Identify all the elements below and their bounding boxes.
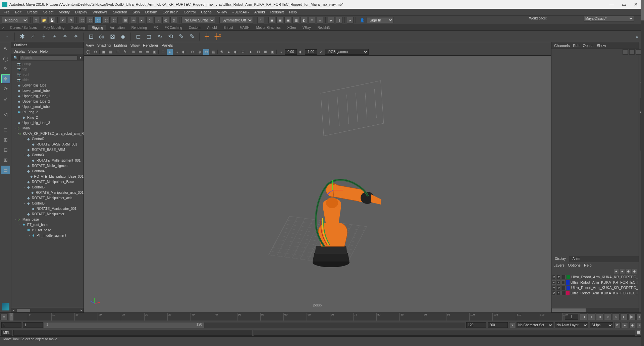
outliner-item[interactable]: ◆Upper_big_tube_2 [11,99,84,104]
viewport-menu-view[interactable]: View [86,43,94,47]
step-forward-key-button[interactable]: |► [628,313,636,320]
xray-icon[interactable] [623,49,628,55]
outliner-item[interactable]: ◆Upper_small_tube [11,104,84,109]
outliner-item[interactable]: ◆Ring_2 [11,115,84,120]
step-back-key-button[interactable]: ◄| [588,313,595,320]
new-scene-button[interactable]: □ [33,17,39,23]
four-pane-icon[interactable]: ⊞ [1,135,10,144]
shelf-tab-rigging[interactable]: Rigging [88,25,106,30]
dof-icon[interactable]: ▸ [248,49,254,55]
outliner-item[interactable]: 📷top [11,66,84,72]
ipr-render-icon[interactable]: ▣ [284,17,291,23]
viewport-menu-renderer[interactable]: Renderer [143,43,158,47]
menu-file[interactable]: File [1,9,12,15]
save-scene-button[interactable]: 💾 [49,17,55,23]
layer-vis-toggle[interactable]: V [552,275,556,279]
outliner-menu-help[interactable]: Help [40,49,48,53]
outliner-search-input[interactable] [19,55,77,60]
light-icon[interactable]: ⊙ [240,49,246,55]
outliner-item[interactable]: 📷persp [11,61,84,66]
autokey-icon[interactable]: ● [622,322,628,328]
render-setup-icon[interactable]: ≡ [309,17,315,23]
two-pane-v-icon[interactable]: ⊞ [1,156,10,164]
layer-color-swatch[interactable] [566,291,570,295]
shelf-tab-rendering[interactable]: Rendering [128,25,150,30]
layer-row[interactable]: VPUltra_Robot_Arm_KUKA_KR_FORTEC_Rigged_… [551,280,639,285]
viewport-canvas[interactable]: persp [84,56,551,312]
layers-menu-help[interactable]: Help [584,263,592,267]
joint-tool-icon[interactable]: ✱ [18,32,26,41]
menu-windows[interactable]: Windows [90,9,110,15]
constraint-icon[interactable]: ┼ [203,32,211,41]
shelf-tab-vray[interactable]: VRay [299,25,314,30]
shelf-tab-motiongraphics[interactable]: Motion Graphics [253,25,284,30]
color-space-select[interactable]: sRGB gamma [325,49,369,55]
outliner-item[interactable]: ◆ROTATE_Manipulator_Base [11,179,84,184]
expand-icon[interactable]: - [18,223,21,226]
detach-skin-icon[interactable]: ⊐ [145,32,153,41]
playblast-icon[interactable]: ▸ [328,17,334,23]
last-tool-icon[interactable]: ◁ [1,110,10,119]
layer-row[interactable]: VPUltra_Robot_Arm_KUKA_KR_FORTEC_Rigged_… [551,274,639,280]
anim-layer-select[interactable]: No Anim Layer [555,322,588,328]
range-end-input[interactable] [488,322,508,328]
move-layer-up-icon[interactable]: ◄ [614,269,619,274]
render-icon[interactable]: ▣ [268,17,275,23]
single-pane-icon[interactable]: □ [1,125,10,134]
shelf-arrow-icon[interactable]: ▲ [633,32,641,41]
select-mode-icon[interactable]: ⬚ [103,17,110,23]
layer-color-swatch[interactable] [566,280,569,285]
select-mode-icon[interactable]: ⬚ [87,17,94,23]
search-arrow-icon[interactable]: ◄ [79,56,82,59]
snap-icon[interactable]: ○ [154,17,161,23]
range-inner-end-input[interactable] [466,322,486,328]
expand-icon[interactable]: - [13,218,17,221]
outliner-item[interactable]: -▷Main [11,125,84,131]
viewport-menu-show[interactable]: Show [130,43,140,47]
outliner-item[interactable]: ◆ROTATE_Manipulator_axis [11,195,84,200]
motion-blur-icon[interactable]: ⊡ [255,49,261,55]
lattice-icon[interactable]: ◎ [97,32,106,41]
exposure-input[interactable] [285,49,297,55]
expand-icon[interactable]: - [13,126,17,130]
outliner-item[interactable]: -◆Control4 [11,168,84,174]
set-key-icon[interactable]: ◆ [629,322,635,328]
open-scene-button[interactable]: 📁 [41,17,47,23]
shelf-tab-custom[interactable]: Custom [185,25,204,30]
layer-type-toggle[interactable] [562,275,566,279]
shelf-tab-redshift[interactable]: Redshift [314,25,333,30]
outliner-item[interactable]: ◆Lower_small_tube [11,88,84,93]
layer-color-swatch[interactable] [567,275,570,279]
channelbox-menu-edit[interactable]: Edit [573,44,579,48]
expand-icon[interactable]: - [23,228,26,232]
isolate-icon[interactable] [629,49,635,55]
hypershade-icon[interactable]: ◐ [301,17,307,23]
layers-menu-options[interactable]: Options [568,263,581,267]
select-camera-icon[interactable]: ◯ [85,49,91,55]
2d-pan-icon[interactable]: ⊞ [115,49,121,55]
layer-color-swatch[interactable] [567,286,570,290]
outliner-item[interactable]: ◆ROTATE_Midle_sigment_001 [11,158,84,163]
command-input[interactable] [13,330,252,336]
script-lang-button[interactable]: MEL [1,330,12,336]
outliner-pane-icon[interactable]: ▤ [1,166,10,174]
resolution-gate-icon[interactable]: ▭ [144,49,150,55]
cluster-icon[interactable]: ⊠ [108,32,117,41]
menu-dtoall[interactable]: - 3DtoAll - [230,9,251,15]
select-mode-icon[interactable]: ⬚ [79,17,86,23]
expand-icon[interactable]: - [23,153,26,157]
expand-icon[interactable]: - [23,185,26,189]
outliner-item[interactable]: -✱PT_middle_sigment [11,233,84,238]
outliner-menu-show[interactable]: Show [28,49,38,53]
rotate-tool-icon[interactable]: ⟳ [1,84,10,93]
gamma-input[interactable] [305,49,317,55]
layers-menu-layers[interactable]: Layers [553,263,565,267]
exposure-icon[interactable]: ☼ [278,49,284,55]
outliner-menu-display[interactable]: Display [13,49,25,53]
snap-plane-icon[interactable]: ◊ [146,17,153,23]
layer-type-toggle[interactable] [561,280,565,285]
grease-pencil-icon[interactable]: ✎ [122,49,128,55]
menu-help[interactable]: Help [287,9,299,15]
workspace-select[interactable]: Maya Classic* [584,16,634,21]
shelf-tab-bifrost[interactable]: Bifrost [220,25,236,30]
